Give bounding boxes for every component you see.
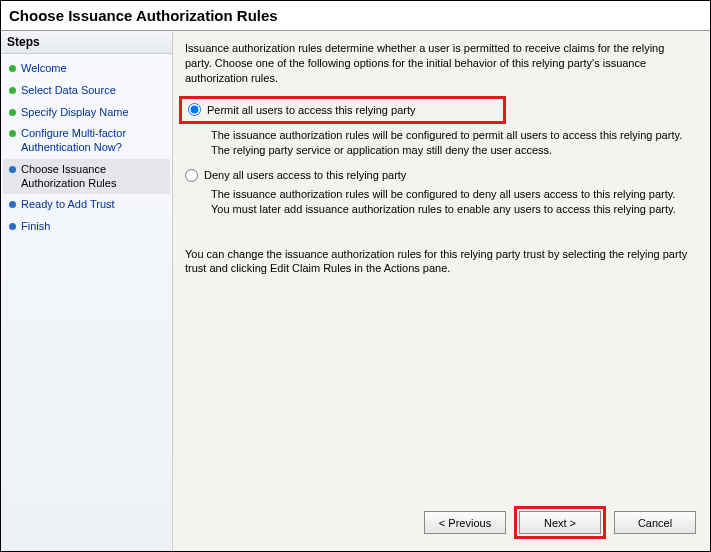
option-deny-all[interactable]: Deny all users access to this relying pa…	[185, 168, 692, 183]
step-label: Specify Display Name	[21, 106, 129, 120]
bullet-todo-icon	[9, 223, 16, 230]
bullet-current-icon	[9, 166, 16, 173]
intro-text: Issuance authorization rules determine w…	[185, 41, 692, 86]
step-welcome[interactable]: Welcome	[3, 58, 170, 80]
step-label: Ready to Add Trust	[21, 198, 115, 212]
wizard-window: Choose Issuance Authorization Rules Step…	[0, 0, 711, 552]
bullet-done-icon	[9, 65, 16, 72]
step-configure-mfa[interactable]: Configure Multi-factor Authentication No…	[3, 123, 170, 159]
step-label: Choose Issuance Authorization Rules	[21, 163, 164, 191]
step-select-data-source[interactable]: Select Data Source	[3, 80, 170, 102]
step-label: Welcome	[21, 62, 67, 76]
step-label: Select Data Source	[21, 84, 116, 98]
cancel-button[interactable]: Cancel	[614, 511, 696, 534]
step-specify-display-name[interactable]: Specify Display Name	[3, 102, 170, 124]
option-deny-all-label: Deny all users access to this relying pa…	[204, 168, 406, 183]
option-deny-all-block: Deny all users access to this relying pa…	[185, 168, 692, 217]
radio-permit-all[interactable]	[188, 103, 201, 116]
bullet-todo-icon	[9, 201, 16, 208]
option-deny-all-desc: The issuance authorization rules will be…	[211, 187, 692, 217]
button-row: < Previous Next > Cancel	[173, 498, 710, 551]
content-area: Issuance authorization rules determine w…	[173, 31, 710, 498]
steps-sidebar: Steps Welcome Select Data Source Specify…	[1, 31, 173, 551]
step-label: Finish	[21, 220, 50, 234]
next-button[interactable]: Next >	[519, 511, 601, 534]
wizard-body: Steps Welcome Select Data Source Specify…	[1, 31, 710, 551]
page-title: Choose Issuance Authorization Rules	[1, 1, 710, 31]
step-finish[interactable]: Finish	[3, 216, 170, 238]
previous-button[interactable]: < Previous	[424, 511, 506, 534]
option-permit-all-label: Permit all users to access this relying …	[207, 103, 415, 118]
main-panel: Issuance authorization rules determine w…	[173, 31, 710, 551]
bullet-done-icon	[9, 87, 16, 94]
note-text: You can change the issuance authorizatio…	[185, 247, 692, 277]
radio-deny-all[interactable]	[185, 169, 198, 182]
next-button-highlight: Next >	[514, 506, 606, 539]
step-label: Configure Multi-factor Authentication No…	[21, 127, 164, 155]
step-choose-issuance-rules[interactable]: Choose Issuance Authorization Rules	[3, 159, 170, 195]
option-permit-all[interactable]: Permit all users to access this relying …	[188, 103, 497, 118]
step-ready-to-add-trust[interactable]: Ready to Add Trust	[3, 194, 170, 216]
steps-header: Steps	[1, 31, 172, 54]
bullet-done-icon	[9, 109, 16, 116]
bullet-done-icon	[9, 130, 16, 137]
steps-list: Welcome Select Data Source Specify Displ…	[1, 54, 172, 242]
option-permit-all-desc: The issuance authorization rules will be…	[211, 128, 692, 158]
option-permit-all-highlight: Permit all users to access this relying …	[179, 96, 506, 125]
